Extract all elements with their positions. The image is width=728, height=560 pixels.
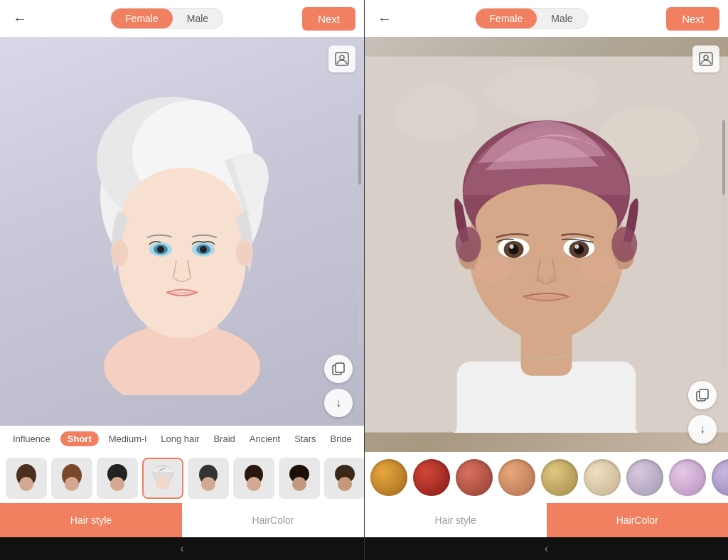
right-download-icon: ↓ xyxy=(700,423,705,436)
tab-influence[interactable]: Influence xyxy=(9,431,55,446)
left-avatar-icon-button[interactable] xyxy=(328,45,355,72)
svg-point-59 xyxy=(473,257,513,282)
left-nav-bar: ‹ xyxy=(0,537,364,560)
color-swatch-8[interactable] xyxy=(669,459,706,496)
svg-rect-68 xyxy=(700,389,708,399)
svg-point-12 xyxy=(200,246,207,253)
right-color-row xyxy=(365,452,728,503)
right-next-button[interactable]: Next xyxy=(666,7,719,31)
hairstyle-thumb-6[interactable] xyxy=(233,458,274,499)
hairstyle-thumb-3[interactable] xyxy=(97,458,138,499)
tab-medium[interactable]: Medium-l xyxy=(105,431,151,446)
tab-ancient[interactable]: Ancient xyxy=(245,431,284,446)
left-gender-toggle: Female Male xyxy=(110,8,223,29)
right-scroll-indicator[interactable] xyxy=(722,120,725,369)
hairstyle-thumb-5[interactable] xyxy=(188,458,229,499)
left-bottom-tabs: Hair style HairColor xyxy=(0,503,364,537)
right-copy-icon xyxy=(695,388,710,402)
left-style-tabs: Influence Short Medium-l Long hair Braid… xyxy=(0,426,364,453)
svg-point-55 xyxy=(510,244,514,249)
svg-point-40 xyxy=(393,85,478,141)
left-copy-button[interactable] xyxy=(324,355,353,383)
right-avatar-icon xyxy=(698,51,714,67)
left-tabs-scroll: Influence Short Medium-l Long hair Braid… xyxy=(3,431,361,451)
photo-illustration xyxy=(365,56,728,433)
avatar-icon xyxy=(334,51,350,67)
svg-point-16 xyxy=(340,55,344,60)
svg-point-11 xyxy=(157,246,164,253)
svg-point-42 xyxy=(486,67,599,117)
color-swatch-6[interactable] xyxy=(584,459,621,496)
color-swatch-9[interactable] xyxy=(712,459,728,496)
left-tab-hairstyle[interactable]: Hair style xyxy=(0,503,182,537)
color-swatch-2[interactable] xyxy=(413,459,450,496)
svg-rect-18 xyxy=(336,363,344,372)
left-male-button[interactable]: Male xyxy=(173,9,223,28)
svg-point-58 xyxy=(548,276,558,283)
svg-point-24 xyxy=(110,477,124,491)
avatar-illustration xyxy=(68,68,296,395)
right-copy-button[interactable] xyxy=(688,381,717,409)
right-image-area: ↓ xyxy=(365,37,728,452)
left-female-button[interactable]: Female xyxy=(111,9,173,28)
download-icon: ↓ xyxy=(336,397,341,409)
svg-point-56 xyxy=(574,244,579,249)
right-male-button[interactable]: Male xyxy=(537,9,587,28)
color-swatch-5[interactable] xyxy=(541,459,578,496)
tab-stars[interactable]: Stars xyxy=(290,431,320,446)
left-image-area: ↓ xyxy=(0,37,364,426)
right-photo-bg xyxy=(365,37,728,452)
svg-point-26 xyxy=(156,475,170,490)
svg-point-57 xyxy=(535,276,545,283)
right-header: ← Female Male Next xyxy=(365,0,728,37)
svg-point-34 xyxy=(292,477,306,491)
right-download-button[interactable]: ↓ xyxy=(688,415,717,443)
left-download-button[interactable]: ↓ xyxy=(324,389,353,417)
left-header: ← Female Male Next xyxy=(0,0,364,37)
right-avatar-icon-button[interactable] xyxy=(692,45,719,72)
color-swatch-4[interactable] xyxy=(498,459,535,496)
svg-point-64 xyxy=(611,227,637,262)
right-nav-bar: ‹ xyxy=(365,537,728,560)
right-female-button[interactable]: Female xyxy=(476,9,537,28)
svg-point-48 xyxy=(476,184,618,262)
hairstyle-thumb-8[interactable] xyxy=(324,458,364,499)
tab-bride[interactable]: Bride xyxy=(326,431,355,446)
left-scroll-indicator[interactable] xyxy=(358,114,361,348)
right-bottom-tabs: Hair style HairColor xyxy=(365,503,728,537)
tab-long-hair[interactable]: Long hair xyxy=(156,431,203,446)
svg-point-66 xyxy=(704,55,708,60)
svg-point-14 xyxy=(236,240,253,266)
right-panel: ← Female Male Next xyxy=(364,0,728,560)
right-nav-chevron[interactable]: ‹ xyxy=(545,542,548,555)
tab-braid[interactable]: Braid xyxy=(209,431,239,446)
color-swatch-3[interactable] xyxy=(456,459,493,496)
left-back-button[interactable]: ← xyxy=(9,7,31,30)
svg-point-13 xyxy=(111,240,128,266)
hairstyle-thumb-1[interactable] xyxy=(6,458,47,499)
hairstyle-thumb-2[interactable] xyxy=(51,458,92,499)
left-tab-haircolor[interactable]: HairColor xyxy=(182,503,364,537)
left-nav-chevron[interactable]: ‹ xyxy=(180,542,183,555)
left-avatar-bg xyxy=(0,37,364,426)
color-swatch-7[interactable] xyxy=(626,459,663,496)
svg-point-63 xyxy=(456,227,481,262)
right-gender-toggle: Female Male xyxy=(475,8,588,29)
hairstyle-thumb-7[interactable] xyxy=(279,458,320,499)
left-next-button[interactable]: Next xyxy=(302,7,355,31)
hairstyle-thumb-4[interactable] xyxy=(142,458,183,499)
svg-point-30 xyxy=(201,477,215,491)
right-back-button[interactable]: ← xyxy=(373,7,396,30)
right-tab-haircolor[interactable]: HairColor xyxy=(547,503,729,537)
tab-short[interactable]: Short xyxy=(60,431,99,446)
left-panel: ← Female Male Next xyxy=(0,0,364,560)
left-hairstyle-row xyxy=(0,453,364,503)
color-swatch-1[interactable] xyxy=(370,459,407,496)
svg-point-60 xyxy=(580,257,620,282)
svg-point-20 xyxy=(19,477,33,491)
svg-point-32 xyxy=(247,477,261,491)
svg-point-6 xyxy=(119,168,245,281)
right-tab-hairstyle[interactable]: Hair style xyxy=(365,503,547,537)
copy-icon xyxy=(331,362,346,376)
svg-point-36 xyxy=(338,477,352,491)
